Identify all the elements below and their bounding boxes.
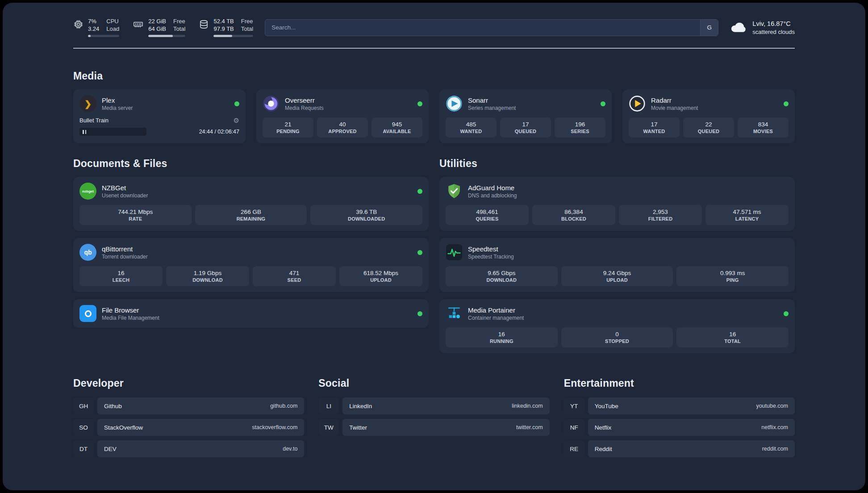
app-card-portainer[interactable]: Media Portainer Container management 16R… [439,299,795,353]
status-dot [417,311,422,316]
app-subtitle: Movie management [651,104,698,112]
cpu-load-label: Load [106,25,119,33]
bookmark-youtube[interactable]: YT YouTube youtube.com [564,397,795,414]
reddit-icon: RE [564,440,584,457]
pause-button[interactable] [79,128,146,136]
bookmark-name: LinkedIn [349,403,372,409]
disk-usage-bar [213,35,253,37]
bookmark-twitter[interactable]: TW Twitter twitter.com [318,419,549,436]
app-subtitle: Media Requests [285,104,324,112]
stat-tile: 2,953FILTERED [619,205,702,225]
system-monitors: 7% CPU 3.24 Load 22 [73,18,253,37]
nzbget-icon: nzbget [79,183,96,200]
bookmark-name: DEV [104,446,117,452]
app-card-nzbget[interactable]: nzbget NZBGet Usenet downloader 744.21 M… [73,177,429,231]
stat-tile: 16RUNNING [446,327,558,347]
app-card-adguard[interactable]: AdGuard Home DNS and adblocking 498,461Q… [439,177,795,231]
app-title: Sonarr [468,96,516,104]
status-dot [417,250,422,255]
bookmark-github[interactable]: GH Github github.com [73,397,304,414]
stat-tile: 86,384BLOCKED [532,205,615,225]
status-dot [417,101,422,106]
app-card-sonarr[interactable]: Sonarr Series management 485WANTED 17QUE… [439,89,612,143]
stat-tile: 945AVAILABLE [371,117,422,138]
cloud-icon [730,20,747,35]
status-dot [234,101,239,106]
section-title-utilities: Utilities [439,158,795,170]
media-grid: ❯ Plex Media server Bullet Train ⚙ 24:44… [73,89,795,143]
stat-tile: 196SERIES [555,117,605,138]
bookmark-reddit[interactable]: RE Reddit reddit.com [564,440,795,457]
section-title-media: Media [73,70,795,82]
app-card-plex[interactable]: ❯ Plex Media server Bullet Train ⚙ 24:44… [73,89,246,143]
app-title: Media Portainer [468,306,524,314]
section-title-developer: Developer [73,377,304,389]
stat-tile: 471SEED [253,266,336,286]
cpu-usage-bar [88,35,119,37]
app-subtitle: Container management [468,314,524,322]
bookmark-linkedin[interactable]: LI LinkedIn linkedin.com [318,397,549,414]
bookmark-url: github.com [270,403,297,409]
app-subtitle: DNS and adblocking [468,192,517,199]
ram-total-label: Total [173,25,185,33]
plex-icon: ❯ [79,95,96,112]
status-dot [784,311,789,316]
disk-monitor: 52.4 TB Free 97.9 TB Total [199,18,253,37]
status-dot [417,189,422,194]
bookmark-name: Twitter [349,424,367,431]
bookmark-url: reddit.com [762,446,788,452]
stat-tile: 266 GBREMAINING [195,205,307,225]
app-card-overseerr[interactable]: Overseerr Media Requests 21PENDING 40APP… [256,89,429,143]
utilities-column: Utilities AdGuard Home DNS and adblockin… [439,147,795,353]
app-subtitle: Usenet downloader [102,192,148,199]
radarr-icon [629,95,646,112]
stat-tile: 17WANTED [629,117,680,138]
stat-tile: 47.571 msLATENCY [705,205,789,225]
ram-icon [133,19,144,31]
top-bar: 7% CPU 3.24 Load 22 [73,18,795,37]
section-title-social: Social [318,377,549,389]
app-subtitle: Media File Management [102,314,159,322]
app-title: Overseerr [285,96,324,104]
stat-tile: 498,461QUERIES [446,205,529,225]
app-card-filebrowser[interactable]: File Browser Media File Management [73,299,429,328]
ram-monitor: 22 GiB Free 64 GiB Total [133,18,185,37]
bookmark-netflix[interactable]: NF Netflix netflix.com [564,419,795,436]
bookmark-url: stackoverflow.com [252,424,297,430]
app-card-radarr[interactable]: Radarr Movie management 17WANTED 22QUEUE… [622,89,795,143]
section-title-documents: Documents & Files [73,158,429,170]
entertainment-bookmarks: Entertainment YT YouTube youtube.com NF … [564,377,795,462]
stat-tile: 744.21 MbpsRATE [79,205,192,225]
cpu-load-value: 3.24 [88,25,99,33]
app-card-speedtest[interactable]: Speedtest Speedtest Tracking 9.65 GbpsDO… [439,238,795,292]
search-engine-button[interactable]: G [700,20,718,36]
cpu-monitor: 7% CPU 3.24 Load [73,18,119,37]
cpu-usage-value: 7% [88,18,99,25]
stat-tile: 9.24 GbpsUPLOAD [561,266,673,286]
bookmark-url: netflix.com [761,424,788,430]
app-title: Plex [102,96,133,104]
bookmark-dev[interactable]: DT DEV dev.to [73,440,304,457]
app-card-qbittorrent[interactable]: qb qBittorrent Torrent downloader 16LEEC… [73,238,429,292]
app-title: AdGuard Home [468,184,517,192]
ram-free-label: Free [173,18,185,25]
stat-tile: 1.19 GbpsDOWNLOAD [166,266,249,286]
stat-tile: 0STOPPED [561,327,673,347]
app-title: qBittorrent [102,245,148,253]
youtube-icon: YT [564,397,584,414]
app-subtitle: Torrent downloader [102,253,148,260]
bookmark-url: youtube.com [756,403,788,409]
bookmark-url: linkedin.com [512,403,542,409]
bookmark-url: twitter.com [516,424,543,430]
search-bar: G [265,19,718,36]
qbittorrent-icon: qb [79,244,96,261]
gear-icon[interactable]: ⚙ [234,117,239,124]
search-input[interactable] [265,20,700,36]
stat-tile: 40APPROVED [317,117,368,138]
playback-time: 24:44 / 02:06:47 [199,129,239,135]
disk-icon [199,19,209,31]
weather-location: Lviv, 16.87°C [752,20,795,28]
status-dot [784,101,789,106]
bookmark-name: Netflix [595,424,612,431]
bookmark-stackoverflow[interactable]: SO StackOverflow stackoverflow.com [73,419,304,436]
